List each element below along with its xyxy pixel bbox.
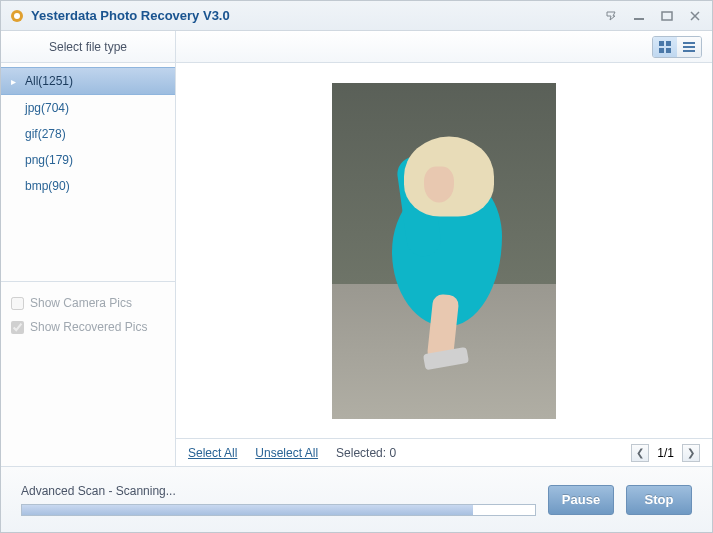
filetype-label: All(1251) (25, 74, 73, 88)
next-page-button[interactable]: ❯ (682, 444, 700, 462)
maximize-icon[interactable] (658, 9, 676, 23)
filetype-list: All(1251) jpg(704) gif(278) png(179) bmp… (1, 63, 175, 203)
show-recovered-label: Show Recovered Pics (30, 320, 147, 334)
app-icon (9, 8, 25, 24)
progress-fill (22, 505, 473, 515)
window-controls (602, 9, 704, 23)
content: Select All Unselect All Selected: 0 ❮ 1/… (176, 31, 712, 466)
sidebar-options: Show Camera Pics Show Recovered Pics (1, 281, 175, 466)
sidebar-header: Select file type (1, 31, 175, 63)
minimize-icon[interactable] (630, 9, 648, 23)
status-text: Advanced Scan - Scanning... (21, 484, 536, 498)
progress-section: Advanced Scan - Scanning... (21, 484, 536, 516)
show-camera-label: Show Camera Pics (30, 296, 132, 310)
select-all-link[interactable]: Select All (188, 446, 237, 460)
pin-icon[interactable] (602, 9, 620, 23)
footer: Advanced Scan - Scanning... Pause Stop (1, 466, 712, 532)
filetype-item-all[interactable]: All(1251) (1, 67, 175, 95)
grid-view-button[interactable] (653, 37, 677, 57)
show-recovered-checkbox[interactable]: Show Recovered Pics (11, 320, 165, 334)
app-title: Yesterdata Photo Recovery V3.0 (31, 8, 602, 23)
filetype-label: bmp(90) (25, 179, 70, 193)
preview-image[interactable] (332, 83, 556, 419)
progress-bar (21, 504, 536, 516)
titlebar: Yesterdata Photo Recovery V3.0 (1, 1, 712, 31)
show-camera-input[interactable] (11, 297, 24, 310)
filetype-item-gif[interactable]: gif(278) (1, 121, 175, 147)
show-recovered-input[interactable] (11, 321, 24, 334)
filetype-label: png(179) (25, 153, 73, 167)
preview-area (176, 63, 712, 438)
main: Select file type All(1251) jpg(704) gif(… (1, 31, 712, 466)
filetype-label: jpg(704) (25, 101, 69, 115)
svg-point-1 (14, 13, 20, 19)
unselect-all-link[interactable]: Unselect All (255, 446, 318, 460)
selected-count: Selected: 0 (336, 446, 396, 460)
svg-rect-4 (659, 41, 664, 46)
pause-button[interactable]: Pause (548, 485, 614, 515)
stop-button[interactable]: Stop (626, 485, 692, 515)
pager: ❮ 1/1 ❯ (631, 444, 700, 462)
filetype-item-png[interactable]: png(179) (1, 147, 175, 173)
view-toggle (652, 36, 702, 58)
page-label: 1/1 (657, 446, 674, 460)
filetype-label: gif(278) (25, 127, 66, 141)
svg-rect-6 (659, 48, 664, 53)
list-view-button[interactable] (677, 37, 701, 57)
sidebar: Select file type All(1251) jpg(704) gif(… (1, 31, 176, 466)
selection-bar: Select All Unselect All Selected: 0 ❮ 1/… (176, 438, 712, 466)
svg-rect-5 (666, 41, 671, 46)
svg-rect-3 (662, 12, 672, 20)
svg-rect-9 (683, 46, 695, 48)
filetype-item-jpg[interactable]: jpg(704) (1, 95, 175, 121)
toolbar (176, 31, 712, 63)
show-camera-checkbox[interactable]: Show Camera Pics (11, 296, 165, 310)
svg-rect-7 (666, 48, 671, 53)
filetype-item-bmp[interactable]: bmp(90) (1, 173, 175, 199)
svg-rect-8 (683, 42, 695, 44)
svg-rect-10 (683, 50, 695, 52)
svg-rect-2 (634, 18, 644, 20)
close-icon[interactable] (686, 9, 704, 23)
prev-page-button[interactable]: ❮ (631, 444, 649, 462)
